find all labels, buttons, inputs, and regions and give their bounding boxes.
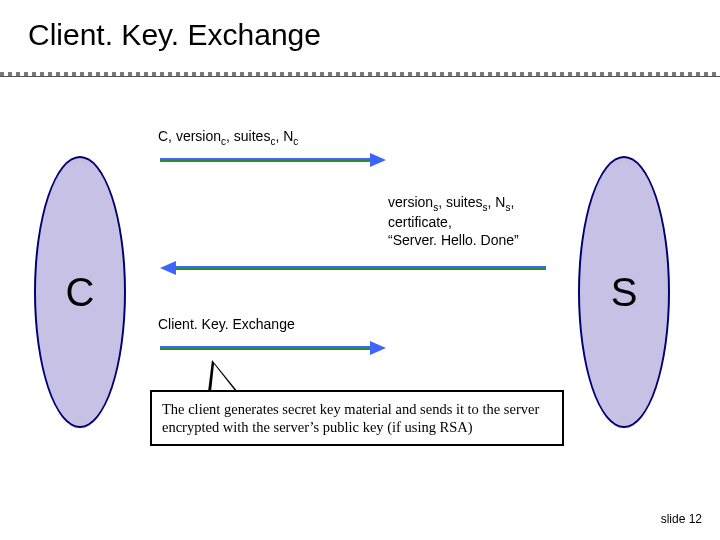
client-node: C	[34, 156, 126, 428]
server-node: S	[578, 156, 670, 428]
slide-title: Client. Key. Exchange	[28, 18, 321, 52]
msg2-arrow-head	[160, 261, 176, 275]
slide-number: slide 12	[661, 512, 702, 526]
msg1-label: C, versionc, suitesc, Nc	[158, 128, 298, 148]
msg2-arrow	[176, 266, 546, 270]
callout-box: The client generates secret key material…	[150, 390, 564, 446]
title-divider	[0, 72, 720, 77]
msg3-arrow-head	[370, 341, 386, 355]
msg3-arrow	[160, 346, 370, 350]
msg2-label: versions, suitess, Ns,certificate,“Serve…	[388, 194, 576, 249]
callout-pointer	[208, 360, 238, 392]
msg3-label: Client. Key. Exchange	[158, 316, 295, 334]
client-node-label: C	[66, 270, 95, 315]
server-node-label: S	[611, 270, 638, 315]
msg1-arrow-head	[370, 153, 386, 167]
callout-text: The client generates secret key material…	[162, 401, 539, 435]
msg1-arrow	[160, 158, 370, 162]
